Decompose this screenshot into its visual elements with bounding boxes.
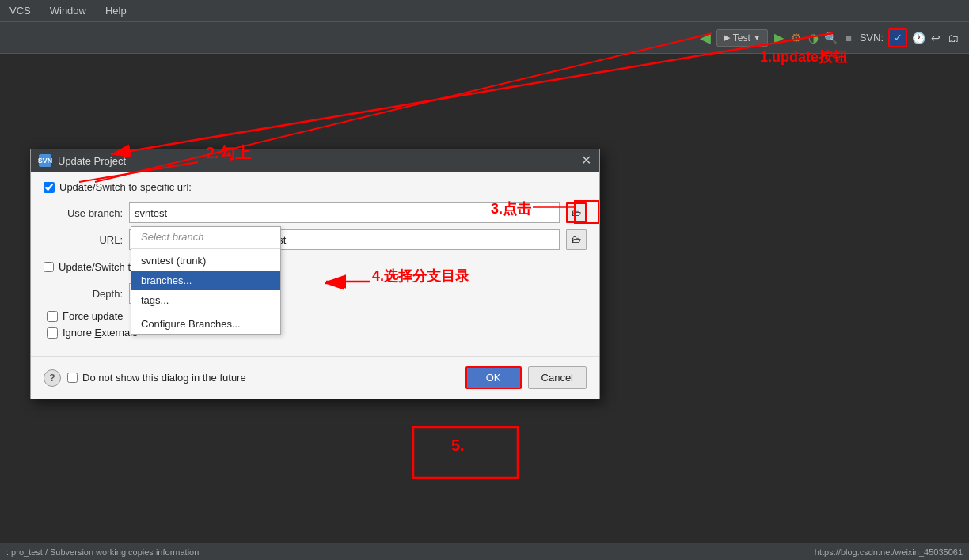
use-branch-row: Use branch: 🗁 [44,202,587,223]
dropdown-header: Select branch [131,227,280,247]
test-icon: ▶ [724,32,730,43]
svn-update-button[interactable]: ✓ [888,28,907,47]
url-folder-icon: 🗁 [572,234,581,245]
use-branch-input[interactable] [129,202,560,223]
dropdown-item-branches[interactable]: branches... [131,271,280,290]
depth-row: Depth: working co [44,283,587,304]
main-area: SVN Update Project ✕ Update/Switch to sp… [0,54,969,543]
menu-window[interactable]: Window [47,3,89,18]
specific-url-label: Update/Switch to specific url: [59,181,192,193]
menu-bar: VCS Window Help [0,0,969,22]
use-branch-label: Use branch: [44,207,123,219]
menu-help[interactable]: Help [102,3,130,18]
run-icon[interactable]: ▶ [773,32,785,44]
ignore-externals-label: Ignore Externals [63,327,138,339]
status-right: https://blog.csdn.net/weixin_45035061 [815,547,963,557]
force-update-label: Force update [63,310,124,322]
dropdown-item-tags[interactable]: tags... [131,290,280,310]
debug-icon[interactable]: ⚙ [790,32,803,44]
branch-dropdown: Select branch svntest (trunk) branches..… [131,226,281,335]
browse-icon[interactable]: 🗂 [947,32,960,44]
dialog-footer: ? Do not show this dialog in the future … [31,356,599,399]
switch-label: Update/Switch to [59,261,136,273]
url-browse-button[interactable]: 🗁 [566,229,587,250]
dont-show-checkbox[interactable] [67,373,78,383]
url-row: URL: 🗁 [44,229,587,250]
coverage-icon[interactable]: ◑ [808,32,820,44]
help-button[interactable]: ? [44,369,61,387]
specific-url-checkbox[interactable] [44,182,55,193]
history-icon[interactable]: 🕐 [912,32,925,44]
back-icon[interactable]: ◀ [699,32,712,44]
dropdown-sep-2 [131,312,280,312]
stop-icon[interactable]: ■ [842,32,855,44]
force-update-checkbox[interactable] [47,311,58,322]
menu-vcs[interactable]: VCS [6,3,34,18]
ignore-externals-checkbox[interactable] [47,327,58,339]
revert-icon[interactable]: ↩ [929,32,942,44]
chevron-down-icon: ▼ [754,34,761,42]
force-update-row: Force update [44,310,587,322]
checkmark-icon: ✓ [894,32,902,44]
status-bar: : pro_test / Subversion working copies i… [0,543,969,560]
dropdown-item-trunk[interactable]: svntest (trunk) [131,251,280,271]
depth-label: Depth: [44,288,123,300]
dialog-close-button[interactable]: ✕ [581,154,591,167]
dialog-title-left: SVN Update Project [39,154,126,167]
toolbar: ◀ ▶ Test ▼ ▶ ⚙ ◑ 🔍 ■ SVN: ✓ 🕐 ↩ 🗂 [0,22,969,54]
url-label: URL: [44,234,123,246]
test-button[interactable]: ▶ Test ▼ [716,29,768,47]
folder-icon: 🗁 [572,207,581,218]
specific-url-row: Update/Switch to specific url: [44,181,587,193]
dont-show-row: Do not show this dialog in the future [67,372,246,384]
footer-left: ? Do not show this dialog in the future [44,369,246,387]
dropdown-sep-1 [131,248,280,249]
dropdown-item-configure[interactable]: Configure Branches... [131,314,280,334]
ok-button[interactable]: OK [466,366,522,389]
cancel-button[interactable]: Cancel [528,366,587,389]
dont-show-label: Do not show this dialog in the future [82,372,246,384]
status-left: : pro_test / Subversion working copies i… [6,547,199,557]
switch-row: Update/Switch to 🗁 [44,256,587,277]
profile-icon[interactable]: 🔍 [825,32,838,44]
dialog-svn-icon: SVN [39,154,51,167]
branch-browse-button[interactable]: 🗁 [566,202,587,223]
dialog-titlebar: SVN Update Project ✕ [31,149,599,172]
svn-label: SVN: [860,32,884,44]
ignore-externals-row: Ignore Externals [44,327,587,339]
update-project-dialog: SVN Update Project ✕ Update/Switch to sp… [30,149,600,399]
switch-checkbox[interactable] [44,262,54,272]
dialog-title: Update Project [58,155,126,167]
footer-buttons: OK Cancel [466,366,587,389]
dialog-body: Update/Switch to specific url: Use branc… [31,172,599,356]
